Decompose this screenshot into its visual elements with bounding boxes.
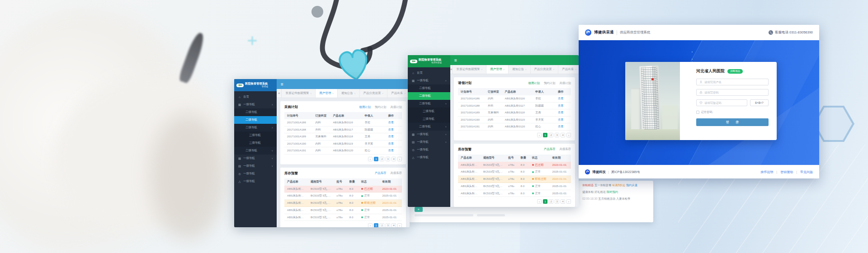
sidebar-item[interactable]: △一级导航	[234, 178, 277, 185]
sidebar-item[interactable]: ▦一级导航∧	[408, 77, 450, 84]
footer-link[interactable]: 密钥驱动	[780, 170, 793, 174]
page-prev-button[interactable]: ‹	[368, 223, 373, 227]
page-button[interactable]: 3	[386, 157, 390, 161]
view-link[interactable]: 查看	[558, 111, 563, 114]
sidebar-item[interactable]: 三级导航	[234, 131, 277, 139]
page-button[interactable]: 1	[543, 199, 547, 204]
cell-spec: BC533型 5孔, 右	[481, 183, 505, 190]
page-prev-button[interactable]: ‹	[537, 133, 542, 137]
username-input[interactable]	[704, 80, 765, 84]
card-link[interactable]: 高值计划	[559, 81, 571, 85]
sidebar-item[interactable]: ▦一级导航∧	[234, 101, 277, 108]
icp-number: 冀ICP备13022385号	[611, 170, 640, 174]
tab[interactable]: 产品出库○	[387, 89, 410, 98]
card-link[interactable]: 产品库存	[544, 147, 556, 151]
page-prev-button[interactable]: ‹	[368, 157, 373, 161]
sidebar-item[interactable]: ▤一级导航∨	[408, 138, 450, 146]
page-button[interactable]: 4	[561, 199, 565, 204]
view-link[interactable]: 查看	[388, 128, 394, 131]
sidebar-item[interactable]: ▤一级导航∨	[234, 162, 277, 170]
hamburger-icon[interactable]: ≡	[454, 58, 457, 63]
sidebar-item[interactable]: ▦一级导航∨	[234, 155, 277, 162]
page-next-button[interactable]: ›	[397, 223, 402, 227]
sidebar-item[interactable]: 二级导航	[408, 92, 450, 100]
tab[interactable]: 通知公告○	[509, 65, 531, 74]
card-link[interactable]: 领用计划	[359, 105, 371, 109]
tab-dot-icon: ○	[382, 92, 384, 94]
page-next-button[interactable]: ›	[566, 133, 571, 137]
tab[interactable]: 产品出库○	[558, 65, 579, 74]
view-link[interactable]: 查看	[388, 121, 394, 124]
page-button[interactable]: 3	[386, 223, 390, 227]
collapse-tabs-icon[interactable]: «	[277, 89, 282, 98]
sidebar-item[interactable]: △一级导航	[408, 154, 450, 161]
tab[interactable]: 资质证件效期预警○	[453, 65, 486, 74]
tab[interactable]: 产品分类设置○	[360, 89, 388, 98]
page-next-button[interactable]: ›	[397, 157, 402, 161]
sidebar-item[interactable]: ◎一级导航	[234, 170, 277, 178]
card-link[interactable]: 预约计划	[544, 81, 556, 85]
sidebar-item[interactable]: 三级导航	[408, 115, 450, 123]
view-link[interactable]: 查看	[388, 142, 394, 145]
view-link[interactable]: 查看	[558, 97, 563, 100]
page-button[interactable]: 1	[543, 133, 547, 137]
captcha-question[interactable]: 6+8=?	[750, 99, 769, 106]
card-link[interactable]: 高值计划	[390, 105, 402, 109]
sidebar-item[interactable]: 三级导航	[408, 108, 450, 115]
view-link[interactable]: 查看	[558, 125, 563, 128]
page-button[interactable]: 1	[374, 157, 378, 161]
sidebar-item[interactable]: 二级导航∧	[408, 100, 450, 108]
remember-checkbox[interactable]	[696, 111, 699, 114]
sidebar-item[interactable]: ⌂首页	[408, 69, 450, 77]
sidebar-item[interactable]: 二级导航∨	[408, 123, 450, 131]
card-link[interactable]: 高值库存	[390, 171, 402, 175]
cell-plan-no: 20171001A188	[284, 126, 312, 133]
page-button[interactable]: 1	[374, 223, 378, 227]
footer-link[interactable]: 操作说明	[760, 170, 773, 174]
card-link[interactable]: 领用计划	[528, 81, 540, 85]
password-input[interactable]	[704, 91, 765, 94]
page-button[interactable]: 2	[549, 199, 553, 204]
card-link[interactable]: 产品库存	[375, 171, 387, 175]
login-button[interactable]: 登 录	[696, 118, 769, 126]
tab[interactable]: 资质证件效期预警○	[282, 89, 316, 98]
page-next-button[interactable]: ›	[566, 199, 571, 204]
page-prev-button[interactable]: ‹	[537, 199, 542, 204]
sidebar-item[interactable]: 二级导航∨	[234, 147, 277, 155]
sidebar-item[interactable]: 二级导航	[234, 116, 277, 124]
sidebar-item[interactable]: ⌂首页	[234, 93, 277, 101]
card-link[interactable]: 预约计划	[375, 105, 387, 109]
tab[interactable]: 用户管理○	[316, 89, 338, 98]
sidebar-item[interactable]: 二级导航	[408, 84, 450, 92]
sidebar-item[interactable]: 三级导航	[234, 139, 277, 147]
view-link[interactable]: 查看	[388, 135, 394, 138]
card-link[interactable]: 高值库存	[559, 147, 571, 151]
page-button[interactable]: 2	[380, 223, 384, 227]
cell-dept: 外科	[485, 102, 502, 109]
sidebar-item[interactable]: 二级导航	[234, 108, 277, 116]
page-button[interactable]: 4	[561, 133, 565, 137]
table-header-cell: 产品名称	[502, 88, 533, 95]
page-button[interactable]: 2	[380, 157, 384, 161]
footer-link[interactable]: 常见问题	[800, 170, 813, 174]
view-link[interactable]: 查看	[558, 118, 563, 121]
sidebar-item-label: 二级导航	[419, 125, 431, 129]
status-dot	[532, 185, 534, 187]
sidebar-item[interactable]: ◎一级导航	[408, 146, 450, 154]
cell-product: ABS床头柜0118	[502, 109, 533, 117]
page-button[interactable]: 3	[555, 133, 559, 137]
sidebar-item[interactable]: 二级导航∧	[234, 124, 277, 131]
captcha-input[interactable]	[704, 101, 744, 104]
tab[interactable]: 通知公告○	[338, 89, 360, 98]
view-link[interactable]: 查看	[558, 104, 563, 107]
sidebar-item[interactable]: ▦一级导航∨	[408, 131, 450, 138]
view-link[interactable]: 查看	[388, 149, 394, 152]
page-button[interactable]: 4	[392, 157, 396, 161]
tab-dot-icon: ○	[404, 92, 406, 94]
page-button[interactable]: 2	[549, 133, 553, 137]
hamburger-icon[interactable]: ≡	[281, 82, 283, 87]
tab[interactable]: 产品分类设置○	[531, 65, 559, 74]
page-button[interactable]: 3	[555, 199, 559, 204]
tab[interactable]: 用户管理○	[486, 65, 509, 74]
page-button[interactable]: 4	[392, 223, 396, 227]
